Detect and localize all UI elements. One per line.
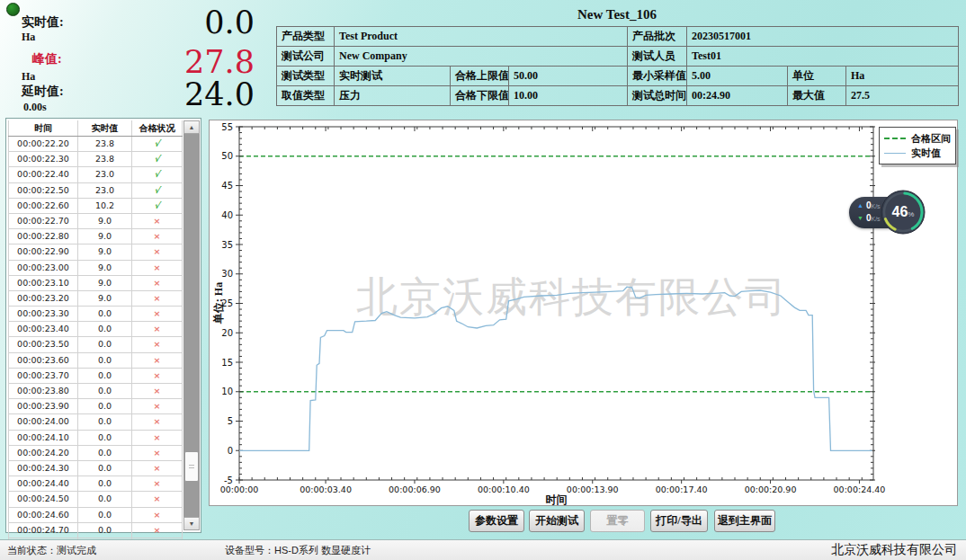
cell-time: 00:00:23.00 bbox=[8, 261, 78, 275]
table-row[interactable]: 00:00:23.109.0× bbox=[8, 276, 183, 291]
svg-text:40: 40 bbox=[221, 210, 233, 220]
svg-text:0: 0 bbox=[228, 446, 233, 456]
print-export-button[interactable]: 打印/导出 bbox=[650, 510, 708, 532]
table-row[interactable]: 00:00:22.6010.2√ bbox=[8, 199, 183, 214]
legend-item-limit: 合格区间 bbox=[884, 131, 951, 146]
table-row[interactable]: 00:00:24.300.0× bbox=[8, 461, 183, 476]
cell-value: 0.0 bbox=[78, 492, 132, 506]
data-table-panel: 时间 实时值 合格状况 00:00:22.2023.8√00:00:22.302… bbox=[5, 118, 201, 533]
data-table-body: 00:00:22.2023.8√00:00:22.3023.8√00:00:22… bbox=[8, 137, 183, 554]
info-label: 测试公司 bbox=[277, 47, 335, 67]
zero-button[interactable]: 置零 bbox=[590, 510, 645, 532]
table-row[interactable]: 00:00:24.600.0× bbox=[8, 508, 183, 523]
cell-value: 0.0 bbox=[78, 461, 132, 476]
cross-icon: × bbox=[132, 337, 183, 351]
cell-time: 00:00:22.20 bbox=[8, 137, 78, 151]
table-row[interactable]: 00:00:22.809.0× bbox=[8, 229, 183, 244]
table-row[interactable]: 00:00:22.2023.8√ bbox=[8, 137, 183, 152]
cell-value: 0.0 bbox=[78, 307, 132, 321]
realtime-unit: Ha bbox=[22, 31, 35, 44]
settings-button[interactable]: 参数设置 bbox=[469, 510, 524, 532]
svg-text:50: 50 bbox=[221, 151, 233, 161]
cross-icon: × bbox=[132, 369, 183, 383]
svg-text:15: 15 bbox=[221, 358, 233, 368]
cell-time: 00:00:22.40 bbox=[8, 167, 78, 182]
check-icon: √ bbox=[132, 137, 183, 151]
info-label: 测试类型 bbox=[277, 67, 335, 86]
table-row[interactable]: 00:00:22.3023.8√ bbox=[8, 152, 183, 167]
info-value: Test Product bbox=[335, 27, 628, 47]
table-row[interactable]: 00:00:23.300.0× bbox=[8, 307, 183, 322]
svg-text:00:00:00: 00:00:00 bbox=[220, 484, 259, 494]
peak-value: 27.8 bbox=[120, 47, 255, 78]
svg-text:00:00:03.40: 00:00:03.40 bbox=[300, 484, 352, 494]
cell-value: 0.0 bbox=[78, 369, 132, 383]
table-row[interactable]: 00:00:22.909.0× bbox=[8, 244, 183, 260]
cell-value: 10.2 bbox=[78, 199, 132, 213]
info-label: 合格上限值 bbox=[451, 67, 509, 86]
scroll-up-icon[interactable]: ▲ bbox=[183, 120, 200, 134]
scrollbar[interactable]: ▲ ▼ bbox=[183, 120, 200, 530]
svg-text:单位: Ha: 单位: Ha bbox=[212, 282, 225, 324]
cross-icon: × bbox=[132, 244, 183, 259]
cell-value: 0.0 bbox=[78, 384, 132, 398]
info-value: Test01 bbox=[687, 47, 959, 67]
cell-value: 9.0 bbox=[78, 276, 132, 290]
data-table-header: 时间 实时值 合格状况 bbox=[8, 120, 183, 137]
chart-panel: 北京沃威科技有限公司-5051015202530354045505500:00:… bbox=[209, 120, 958, 506]
table-row[interactable]: 00:00:24.000.0× bbox=[8, 414, 183, 430]
cell-time: 00:00:24.40 bbox=[8, 476, 78, 491]
info-label: 产品类型 bbox=[277, 27, 335, 47]
cross-icon: × bbox=[132, 461, 183, 476]
cross-icon: × bbox=[132, 508, 183, 522]
start-test-button[interactable]: 开始测试 bbox=[529, 510, 585, 532]
scroll-down-icon[interactable]: ▼ bbox=[183, 517, 200, 530]
cell-value: 0.0 bbox=[78, 322, 132, 336]
cell-time: 00:00:24.10 bbox=[8, 431, 78, 445]
cell-time: 00:00:22.30 bbox=[8, 152, 78, 166]
cross-icon: × bbox=[132, 322, 183, 336]
cell-value: 0.0 bbox=[78, 508, 132, 522]
net-speed-ball[interactable]: ▲0K/s ▼0K/s 46% bbox=[847, 187, 930, 237]
table-row[interactable]: 00:00:23.700.0× bbox=[8, 369, 183, 384]
cell-value: 9.0 bbox=[78, 291, 132, 306]
table-row[interactable]: 00:00:22.5023.0√ bbox=[8, 183, 183, 199]
svg-text:20: 20 bbox=[221, 328, 233, 338]
cross-icon: × bbox=[132, 353, 183, 368]
exit-main-button[interactable]: 退到主界面 bbox=[714, 510, 775, 532]
table-row[interactable]: 00:00:23.500.0× bbox=[8, 337, 183, 352]
cross-icon: × bbox=[132, 276, 183, 290]
scroll-thumb[interactable] bbox=[184, 451, 199, 482]
table-row[interactable]: 00:00:24.200.0× bbox=[8, 446, 183, 461]
table-row[interactable]: 00:00:23.009.0× bbox=[8, 261, 183, 276]
info-value: 50.00 bbox=[509, 67, 628, 86]
cell-time: 00:00:24.20 bbox=[8, 446, 78, 460]
table-row[interactable]: 00:00:23.900.0× bbox=[8, 399, 183, 414]
cell-value: 23.8 bbox=[78, 137, 132, 151]
table-row[interactable]: 00:00:24.100.0× bbox=[8, 431, 183, 446]
cross-icon: × bbox=[132, 229, 183, 244]
delay-label: 延时值: bbox=[22, 84, 64, 100]
table-row[interactable]: 00:00:24.700.0× bbox=[8, 523, 183, 538]
cell-time: 00:00:23.80 bbox=[8, 384, 78, 398]
cross-icon: × bbox=[132, 446, 183, 460]
table-row[interactable]: 00:00:24.500.0× bbox=[8, 492, 183, 507]
info-value: 00:24.90 bbox=[687, 86, 788, 106]
cross-icon: × bbox=[132, 523, 183, 538]
table-row[interactable]: 00:00:23.400.0× bbox=[8, 322, 183, 337]
legend-solid-line-icon bbox=[884, 153, 906, 154]
table-row[interactable]: 00:00:23.800.0× bbox=[8, 384, 183, 399]
cell-time: 00:00:22.50 bbox=[8, 183, 78, 198]
table-row[interactable]: 00:00:23.209.0× bbox=[8, 291, 183, 307]
table-row[interactable]: 00:00:23.600.0× bbox=[8, 353, 183, 369]
table-row[interactable]: 00:00:22.709.0× bbox=[8, 214, 183, 229]
table-row[interactable]: 00:00:24.400.0× bbox=[8, 476, 183, 492]
cross-icon: × bbox=[132, 291, 183, 306]
cell-time: 00:00:22.90 bbox=[8, 244, 78, 259]
cross-icon: × bbox=[132, 384, 183, 398]
chart-plot: 北京沃威科技有限公司-5051015202530354045505500:00:… bbox=[210, 120, 957, 505]
cell-value: 0.0 bbox=[78, 476, 132, 491]
download-arrow-icon: ▼ bbox=[857, 215, 863, 221]
info-table-body: 产品类型Test Product产品批次20230517001测试公司New C… bbox=[277, 27, 959, 106]
table-row[interactable]: 00:00:22.4023.0√ bbox=[8, 167, 183, 182]
